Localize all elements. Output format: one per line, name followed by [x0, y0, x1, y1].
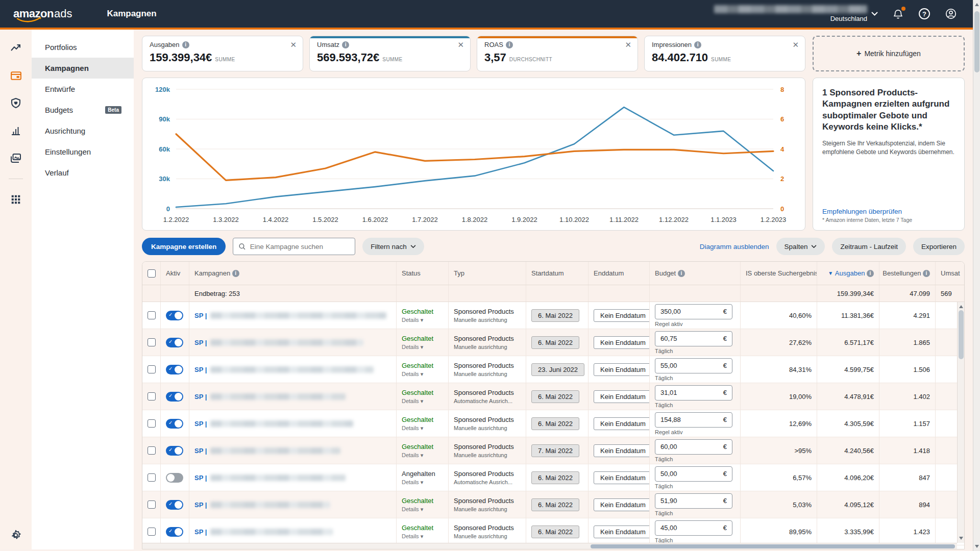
end-date-button[interactable]: Kein Enddatum — [594, 444, 650, 457]
row-checkbox[interactable] — [148, 338, 156, 346]
notifications-bell-icon[interactable] — [891, 7, 904, 20]
create-campaign-button[interactable]: Kampagne erstellen — [142, 238, 226, 255]
row-checkbox[interactable] — [148, 473, 156, 482]
close-icon[interactable]: ✕ — [290, 41, 297, 48]
review-recommendations-link[interactable]: Empfehlungen überprüfen — [822, 208, 955, 215]
active-toggle[interactable] — [166, 473, 183, 483]
page-scrollbar[interactable] — [973, 0, 980, 551]
sidebar-item-ausrichtung[interactable]: Ausrichtung — [32, 120, 134, 141]
date-range-button[interactable]: Zeitraum - Laufzeit — [832, 238, 906, 255]
campaign-name-redacted[interactable] — [210, 502, 330, 508]
columns-button[interactable]: Spalten — [776, 238, 825, 255]
end-date-button[interactable]: Kein Enddatum — [594, 336, 650, 349]
end-date-button[interactable]: Kein Enddatum — [594, 525, 650, 538]
scrollbar-thumb[interactable] — [959, 310, 964, 359]
creative-images-icon[interactable] — [9, 151, 23, 165]
end-date-button[interactable]: Kein Enddatum — [594, 471, 650, 484]
filter-by-button[interactable]: Filtern nach — [362, 238, 424, 255]
select-all-checkbox[interactable] — [148, 269, 156, 278]
end-date-button[interactable]: Kein Enddatum — [594, 390, 650, 403]
active-toggle[interactable] — [166, 338, 183, 347]
campaign-name-redacted[interactable] — [210, 474, 346, 481]
header-ausgaben-sorted[interactable]: ▼ Ausgaben i — [817, 262, 879, 285]
sidebar-item-verlauf[interactable]: Verlauf — [32, 162, 134, 183]
budget-input[interactable]: 60,00€ — [655, 439, 732, 455]
table-horizontal-scrollbar[interactable] — [142, 543, 957, 549]
hide-chart-link[interactable]: Diagramm ausblenden — [700, 243, 769, 251]
sidebar-item-portfolios[interactable]: Portfolios — [32, 37, 134, 58]
campaign-name-redacted[interactable] — [210, 366, 374, 373]
details-toggle[interactable]: Details ▾ — [402, 479, 435, 486]
budget-input[interactable]: 31,01€ — [655, 385, 732, 400]
campaign-name-redacted[interactable] — [210, 393, 346, 400]
details-toggle[interactable]: Details ▾ — [402, 344, 433, 350]
row-checkbox[interactable] — [148, 311, 156, 319]
end-date-button[interactable]: Kein Enddatum — [594, 498, 650, 511]
metric-card-umsatz[interactable]: Umsatzi✕569.593,72€SUMME — [309, 36, 471, 71]
row-checkbox[interactable] — [148, 392, 156, 400]
details-toggle[interactable]: Details ▾ — [402, 371, 433, 378]
sidebar-item-kampagnen[interactable]: Kampagnen — [32, 58, 134, 79]
campaign-name-redacted[interactable] — [210, 447, 340, 454]
scroll-up-arrow-icon[interactable] — [975, 3, 979, 6]
search-input[interactable] — [250, 243, 350, 251]
details-toggle[interactable]: Details ▾ — [402, 533, 433, 540]
row-checkbox[interactable] — [148, 365, 156, 373]
scrollbar-thumb[interactable] — [591, 544, 955, 548]
details-toggle[interactable]: Details ▾ — [402, 452, 433, 459]
campaign-name-redacted[interactable] — [210, 339, 363, 346]
budget-input[interactable]: 60,75€ — [655, 331, 732, 346]
budget-input[interactable]: 50,00€ — [655, 466, 732, 482]
close-icon[interactable]: ✕ — [625, 41, 631, 48]
scroll-down-arrow-icon[interactable] — [975, 545, 979, 548]
budget-input[interactable]: 154,88€ — [655, 412, 732, 428]
end-date-button[interactable]: Kein Enddatum — [594, 417, 650, 430]
active-toggle[interactable] — [166, 527, 183, 537]
analytics-bars-icon[interactable] — [9, 123, 23, 138]
brand-shield-icon[interactable] — [9, 96, 23, 110]
account-avatar-icon[interactable] — [944, 7, 958, 20]
details-toggle[interactable]: Details ▾ — [402, 317, 433, 323]
campaign-name-redacted[interactable] — [210, 529, 333, 535]
details-toggle[interactable]: Details ▾ — [402, 398, 433, 405]
sidebar-item-entwrfe[interactable]: Entwürfe — [32, 79, 134, 99]
scrollbar-thumb[interactable] — [974, 11, 979, 72]
close-icon[interactable]: ✕ — [457, 41, 464, 48]
active-toggle[interactable] — [166, 392, 183, 402]
account-selector[interactable]: Deutschland — [714, 5, 878, 22]
row-checkbox[interactable] — [148, 528, 156, 536]
apps-grid-icon[interactable] — [9, 192, 23, 207]
active-toggle[interactable] — [166, 365, 183, 374]
budget-input[interactable]: 45,00€ — [655, 520, 732, 536]
amazon-ads-logo[interactable]: amazonads — [13, 7, 72, 20]
performance-trend-icon[interactable] — [9, 41, 23, 55]
details-toggle[interactable]: Details ▾ — [402, 425, 433, 432]
close-icon[interactable]: ✕ — [792, 41, 799, 48]
details-toggle[interactable]: Details ▾ — [402, 506, 433, 513]
row-checkbox[interactable] — [148, 500, 156, 509]
active-toggle[interactable] — [166, 500, 183, 510]
settings-gear-icon[interactable] — [9, 528, 23, 542]
budget-input[interactable]: 350,00€ — [655, 304, 732, 319]
active-toggle[interactable] — [166, 311, 183, 320]
sidebar-item-budgets[interactable]: BudgetsBeta — [32, 99, 134, 120]
sidebar-item-einstellungen[interactable]: Einstellungen — [32, 141, 134, 162]
scroll-up-arrow-icon[interactable] — [959, 305, 963, 308]
campaign-search[interactable] — [233, 238, 355, 255]
active-toggle[interactable] — [166, 446, 183, 456]
end-date-button[interactable]: Kein Enddatum — [594, 309, 650, 322]
active-toggle[interactable] — [166, 419, 183, 429]
scroll-down-arrow-icon[interactable] — [959, 537, 963, 540]
add-metric-button[interactable]: + Metrik hinzufügen — [813, 36, 965, 71]
metric-card-roas[interactable]: ROASi✕3,57DURCHSCHNITT — [477, 36, 638, 71]
metric-card-ausgaben[interactable]: Ausgabeni✕159.399,34€SUMME — [142, 36, 303, 71]
end-date-button[interactable]: Kein Enddatum — [594, 363, 650, 376]
budget-input[interactable]: 51,90€ — [655, 493, 732, 509]
row-checkbox[interactable] — [148, 419, 156, 428]
campaigns-card-icon[interactable] — [9, 68, 23, 83]
row-checkbox[interactable] — [148, 446, 156, 455]
campaign-name-redacted[interactable] — [210, 420, 353, 427]
help-icon[interactable]: ? — [918, 7, 931, 20]
export-button[interactable]: Exportieren — [913, 238, 965, 255]
campaign-name-redacted[interactable] — [210, 312, 386, 319]
